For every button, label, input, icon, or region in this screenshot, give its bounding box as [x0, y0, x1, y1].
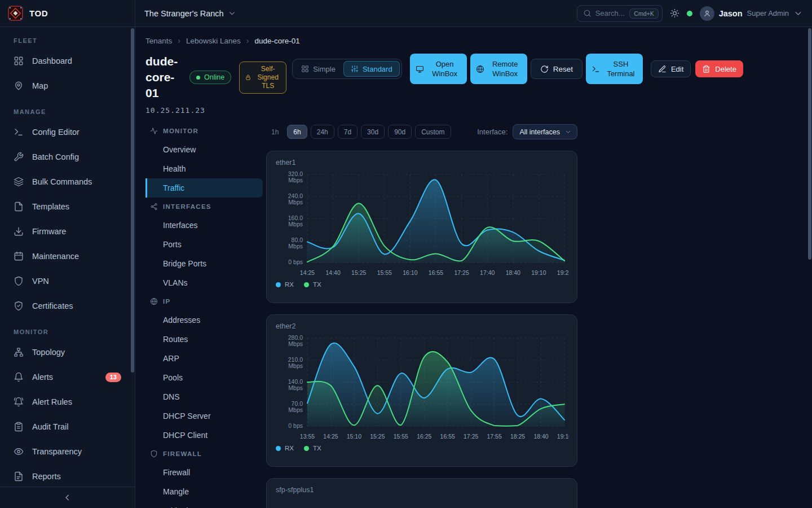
time-range-custom[interactable]: Custom [415, 125, 451, 139]
svg-text:15:25: 15:25 [370, 433, 385, 440]
user-menu[interactable]: Jason Super Admin [700, 6, 803, 21]
sidebar-item-templates[interactable]: Templates [0, 194, 135, 219]
sidebar-item-firmware[interactable]: Firmware [0, 219, 135, 244]
breadcrumb-tenant[interactable]: Lebowski Lanes [186, 37, 241, 45]
sidebar-item-maintenance[interactable]: Maintenance [0, 244, 135, 269]
bell-icon [14, 372, 24, 382]
avatar [700, 6, 714, 21]
topology-icon [14, 347, 24, 357]
ssh-terminal-label: SSH Terminal [604, 59, 637, 78]
globe-icon [150, 297, 158, 305]
search-input[interactable] [595, 9, 626, 17]
sidebar-item-topology[interactable]: Topology [0, 340, 135, 365]
theme-toggle-sun-icon[interactable] [670, 8, 679, 18]
subnav-item-dhcp-client[interactable]: DHCP Client [145, 426, 263, 445]
sidebar-item-label: Audit Trail [32, 422, 68, 431]
subnav-item-vlans[interactable]: VLANs [145, 273, 263, 292]
sidebar-item-alerts[interactable]: Alerts13 [0, 365, 135, 389]
sidebar-item-label: Map [32, 81, 48, 90]
open-winbox-button[interactable]: Open WinBox [410, 54, 467, 84]
legend-rx: RX [276, 445, 294, 452]
interface-select-value: All interfaces [519, 128, 560, 136]
delete-button[interactable]: Delete [695, 60, 743, 77]
sidebar-item-reports[interactable]: Reports [0, 464, 135, 489]
time-range-90d[interactable]: 90d [388, 125, 412, 139]
subnav-item-addresses[interactable]: Addresses [145, 310, 263, 330]
time-range-24h[interactable]: 24h [311, 125, 334, 139]
edit-button[interactable]: Edit [651, 60, 691, 77]
sidebar-item-batch-config[interactable]: Batch Config [0, 144, 135, 169]
bell-ring-icon [14, 397, 24, 407]
subnav-item-traffic[interactable]: Traffic [145, 178, 263, 198]
subnav-item-firewall[interactable]: Firewall [145, 463, 263, 482]
sidebar-item-bulk-commands[interactable]: Bulk Commands [0, 169, 135, 194]
time-range-7d[interactable]: 7d [338, 125, 358, 139]
legend-tx: TX [304, 281, 321, 288]
svg-text:0 bps: 0 bps [288, 422, 303, 429]
time-range-1h[interactable]: 1h [266, 125, 284, 139]
view-toggle-standard[interactable]: Standard [343, 61, 400, 77]
tenant-selector[interactable]: The Stranger's Ranch [144, 9, 236, 18]
subnav-item-health[interactable]: Health [145, 159, 263, 178]
lock-icon [245, 74, 251, 81]
sidebar-item-certificates[interactable]: Certificates [0, 294, 135, 318]
svg-text:14:25: 14:25 [300, 269, 315, 276]
sidebar-item-config-editor[interactable]: Config Editor [0, 120, 135, 144]
subnav-item-routes[interactable]: Routes [145, 330, 263, 349]
reset-label: Reset [553, 65, 573, 73]
subnav-item-pools[interactable]: Pools [145, 368, 263, 387]
subnav-item-arp[interactable]: ARP [145, 349, 263, 368]
svg-text:19:25: 19:25 [557, 269, 569, 276]
subnav-item-mangle[interactable]: Mangle [145, 482, 263, 501]
ssh-terminal-button[interactable]: SSH Terminal [586, 54, 643, 84]
chart-title: sfp-sfpplus1 [276, 486, 568, 494]
remote-winbox-button[interactable]: Remote WinBox [470, 54, 527, 84]
traffic-chart-card-sfp-sfpplus1: sfp-sfpplus1 [266, 478, 577, 508]
subnav-item-ports[interactable]: Ports [145, 235, 263, 254]
time-range-30d[interactable]: 30d [361, 125, 385, 139]
view-toggle-simple[interactable]: Simple [294, 61, 342, 77]
chevron-down-icon [793, 8, 803, 18]
terminal-icon [592, 65, 600, 73]
interface-select[interactable]: All interfaces [513, 124, 577, 139]
sidebar-item-vpn[interactable]: VPN [0, 269, 135, 294]
sidebar-nav: FLEETDashboardMapMANAGEConfig EditorBatc… [0, 27, 135, 489]
sidebar-item-alert-rules[interactable]: Alert Rules [0, 389, 135, 414]
subnav-section-label: INTERFACES [163, 203, 211, 210]
svg-text:16:55: 16:55 [429, 269, 443, 276]
sidebar-item-map[interactable]: Map [0, 73, 135, 98]
main-content: Tenants › Lebowski Lanes › dude-core-01 … [135, 28, 812, 508]
global-search[interactable]: Cmd+K [577, 5, 663, 22]
reset-button[interactable]: Reset [531, 59, 582, 79]
remote-winbox-label: Remote WinBox [489, 59, 522, 78]
sidebar-item-transparency[interactable]: Transparency [0, 439, 135, 464]
subnav-item-overview[interactable]: Overview [145, 140, 263, 159]
svg-text:19:10: 19:10 [557, 433, 569, 440]
subnav-item-dhcp-server[interactable]: DHCP Server [145, 406, 263, 426]
open-winbox-label: Open WinBox [429, 59, 461, 78]
sidebar-scrollbar[interactable] [131, 28, 134, 373]
user-name: Jason [719, 9, 743, 18]
svg-text:18:25: 18:25 [510, 433, 525, 440]
subnav-item-bridge-ports[interactable]: Bridge Ports [145, 254, 263, 273]
sidebar-item-label: Reports [32, 472, 61, 481]
globe-icon [476, 65, 484, 73]
sidebar-collapse-button[interactable] [0, 487, 135, 508]
svg-text:19:10: 19:10 [531, 269, 546, 276]
subnav-item-dns[interactable]: DNS [145, 387, 263, 406]
sidebar-item-audit-trail[interactable]: Audit Trail [0, 414, 135, 439]
subnav-item-interfaces[interactable]: Interfaces [145, 216, 263, 235]
window-scrollbar[interactable] [808, 28, 811, 260]
shield-icon [14, 276, 24, 286]
chevron-down-icon [228, 9, 236, 17]
subnav-section-label: MONITOR [163, 128, 198, 134]
subnav-item-addr-lists[interactable]: Addr Lists [145, 501, 263, 508]
sidebar-section-fleet: FLEET [0, 27, 135, 49]
app-logo[interactable]: TOD [0, 0, 135, 27]
time-range-6h[interactable]: 6h [287, 125, 307, 139]
sidebar-item-label: Certificates [32, 301, 73, 310]
svg-text:16:10: 16:10 [403, 269, 417, 276]
app-title: TOD [29, 8, 48, 18]
sidebar-item-dashboard[interactable]: Dashboard [0, 49, 135, 73]
breadcrumb-tenants[interactable]: Tenants [145, 37, 172, 45]
